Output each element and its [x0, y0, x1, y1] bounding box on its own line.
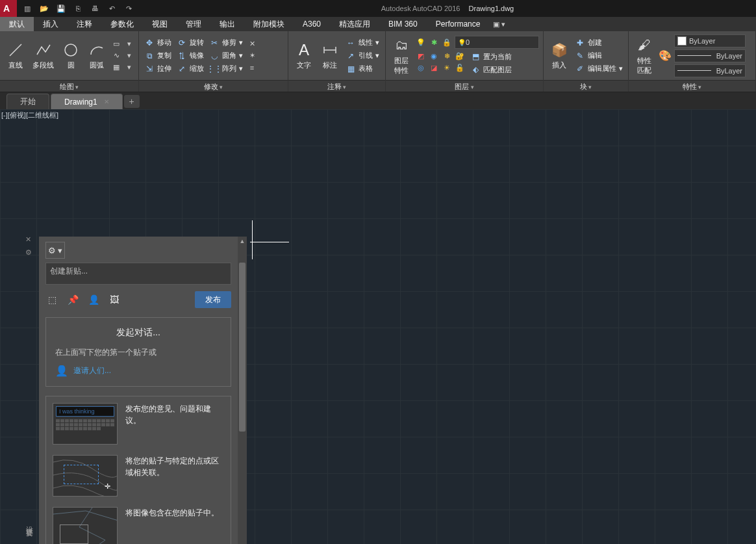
insert-block-button[interactable]: 📦插入	[548, 40, 571, 71]
edit-attr-button[interactable]: ✐编辑属性 ▾	[573, 63, 624, 75]
layer-iso-icon[interactable]: ◩	[416, 51, 426, 61]
dimension-button[interactable]: 标注	[318, 40, 342, 71]
rotate-button[interactable]: ⟳旋转	[175, 37, 205, 49]
open-icon[interactable]: 📂	[39, 3, 49, 14]
view-label[interactable]: [-][俯视][二维线框]	[1, 110, 58, 120]
circle-button[interactable]: 圆	[59, 40, 82, 71]
palette-close-icon[interactable]: ✕	[25, 235, 33, 243]
layer-lock-icon[interactable]: 🔐	[455, 51, 465, 61]
invite-people-link[interactable]: 👤 邀请人们...	[55, 365, 221, 377]
match-properties-button[interactable]: 🖌特性 匹配	[633, 35, 656, 77]
panel-properties-title[interactable]: 特性	[629, 80, 755, 92]
erase-icon[interactable]: ✕	[247, 39, 257, 49]
layer-on-icon[interactable]: ◎	[416, 62, 426, 73]
saveas-icon[interactable]: ⎘	[73, 3, 83, 14]
tab-manage[interactable]: 管理	[177, 17, 210, 31]
polyline-button[interactable]: 多段线	[30, 40, 57, 71]
linetype-combo[interactable]: ByLayer	[674, 64, 746, 77]
explode-icon[interactable]: ✶	[247, 51, 257, 61]
pin-icon[interactable]: 📌	[66, 293, 79, 306]
save-icon[interactable]: 💾	[56, 3, 66, 14]
tab-insert[interactable]: 插入	[34, 17, 68, 31]
panel-block-title[interactable]: 块	[544, 80, 628, 92]
scroll-up-icon[interactable]: ▲	[239, 238, 246, 246]
tab-drawing1[interactable]: Drawing1✕	[51, 94, 123, 109]
color-combo[interactable]: ByLayer	[674, 34, 746, 47]
palette-collapse-icon[interactable]: ▸	[27, 530, 34, 538]
layer-uniso-icon[interactable]: ◪	[429, 62, 439, 73]
leader-button[interactable]: ↗引线 ▾	[344, 50, 381, 62]
tab-featured[interactable]: 精选应用	[330, 17, 379, 31]
redo-icon[interactable]: ↷	[123, 3, 134, 14]
layer-off-icon[interactable]: ◉	[429, 51, 439, 61]
text-button[interactable]: A文字	[292, 40, 316, 71]
copy-button[interactable]: ⧉复制	[143, 50, 173, 62]
lock-icon[interactable]: 🔒	[442, 37, 452, 47]
dropdown-icon[interactable]: ▾	[124, 62, 134, 73]
layer-properties-button[interactable]: 🗂图层 特性	[390, 35, 413, 77]
dropdown-icon[interactable]: ▾	[124, 39, 134, 49]
app-menu-icon[interactable]: A	[0, 0, 17, 17]
match-layer-button[interactable]: ⬖匹配图层	[469, 64, 513, 75]
tab-parametric[interactable]: 参数化	[101, 17, 143, 31]
drawing-area[interactable]: [-][俯视][二维线框] ✕ ⚙ 设计提要▸ ⚙ ▾ 创建新贴... ⬚ 📌 …	[0, 109, 756, 544]
tab-extra[interactable]: ▣ ▾	[489, 17, 509, 31]
tab-output[interactable]: 输出	[210, 17, 244, 31]
person-icon[interactable]: 👤	[87, 293, 100, 306]
palette-pin-icon[interactable]: ⚙	[25, 248, 33, 256]
line-button[interactable]: 直线	[4, 40, 27, 71]
tab-addins[interactable]: 附加模块	[244, 17, 294, 31]
layer-thaw-icon[interactable]: ☀	[442, 62, 452, 73]
palette-scrollbar[interactable]: ▲ ▼	[238, 237, 247, 544]
tab-view[interactable]: 视图	[143, 17, 177, 31]
panel-modify-title[interactable]: 修改	[139, 80, 288, 92]
tab-annotate[interactable]: 注释	[68, 17, 101, 31]
scale-button[interactable]: ⤢缩放	[175, 63, 205, 75]
panel-layers-title[interactable]: 图层	[386, 80, 543, 92]
arc-button[interactable]: 圆弧	[85, 40, 108, 71]
image-icon[interactable]: 🖼	[108, 293, 121, 306]
tab-bim360[interactable]: BIM 360	[379, 17, 427, 31]
create-block-button[interactable]: ✚创建	[573, 37, 624, 49]
layer-freeze-icon[interactable]: ❄	[442, 51, 452, 61]
mirror-button[interactable]: ⮁镜像	[175, 50, 205, 62]
set-current-layer-button[interactable]: ⬒置为当前	[469, 51, 513, 62]
array-button[interactable]: ⋮⋮阵列 ▾	[208, 63, 244, 75]
close-tab-icon[interactable]: ✕	[104, 98, 109, 105]
linear-button[interactable]: ↔线性 ▾	[344, 37, 381, 49]
edit-block-button[interactable]: ✎编辑	[573, 50, 624, 62]
hatch-icon[interactable]: ▦	[111, 62, 121, 73]
create-post-input[interactable]: 创建新贴...	[45, 263, 231, 285]
table-button[interactable]: ▦表格	[344, 63, 381, 75]
add-tab-button[interactable]: +	[124, 95, 140, 108]
color-wheel-icon[interactable]: 🎨	[659, 49, 672, 62]
layer-combo[interactable]: 0	[455, 36, 539, 49]
offset-icon[interactable]: ≡	[247, 62, 257, 73]
undo-icon[interactable]: ↶	[107, 3, 117, 14]
freeze-icon[interactable]: ✱	[429, 37, 439, 47]
mirror-icon: ⮁	[177, 51, 187, 61]
bulb-icon[interactable]: 💡	[416, 37, 426, 47]
tab-default[interactable]: 默认	[0, 17, 34, 31]
publish-button[interactable]: 发布	[195, 291, 231, 308]
trim-button[interactable]: ✂修剪 ▾	[208, 37, 244, 49]
layer-unlock-icon[interactable]: 🔓	[455, 62, 465, 73]
dropdown-icon[interactable]: ▾	[124, 51, 134, 61]
new-icon[interactable]: ▥	[22, 3, 32, 14]
rect-icon[interactable]: ▭	[111, 39, 121, 49]
plot-icon[interactable]: 🖶	[90, 3, 100, 14]
tab-start[interactable]: 开始	[6, 94, 49, 109]
color-swatch	[677, 36, 687, 45]
tab-performance[interactable]: Performance	[427, 17, 490, 31]
lineweight-combo[interactable]: ByLayer	[674, 49, 746, 62]
tab-a360[interactable]: A360	[294, 17, 330, 31]
spline-icon[interactable]: ∿	[111, 51, 121, 61]
stretch-button[interactable]: ⇲拉伸	[143, 63, 173, 75]
panel-draw-title[interactable]: 绘图	[0, 80, 138, 92]
scroll-thumb[interactable]	[239, 263, 246, 432]
fillet-button[interactable]: ◡圆角 ▾	[208, 50, 244, 62]
panel-annotation-title[interactable]: 注释	[288, 80, 385, 92]
selection-icon[interactable]: ⬚	[45, 293, 58, 306]
move-button[interactable]: ✥移动	[143, 37, 173, 49]
palette-settings-button[interactable]: ⚙ ▾	[45, 242, 65, 259]
